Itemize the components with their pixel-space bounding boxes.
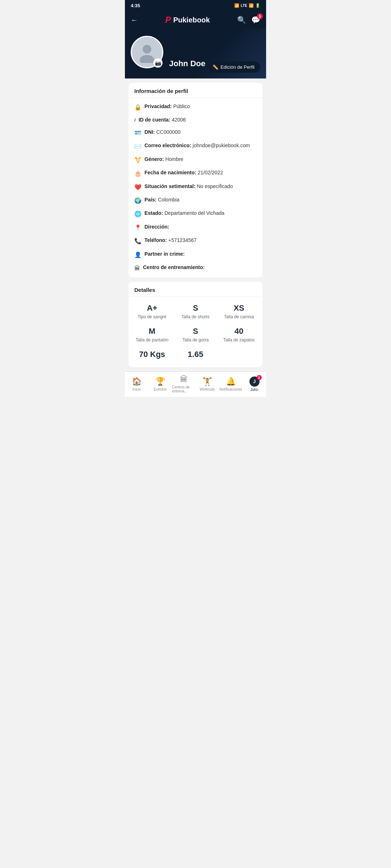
shorts-size-label: Talla de shorts xyxy=(176,314,215,319)
nav-label-centros: Centros de entrena... xyxy=(172,385,196,393)
list-item: 🎂 Fecha de nacimiento: 21/02/2022 xyxy=(134,169,257,178)
profile-info-header: Información de perfil xyxy=(129,83,262,98)
cap-size-value: S xyxy=(176,327,215,336)
state-icon: 🌐 xyxy=(134,210,142,218)
home-icon: 🏠 xyxy=(132,377,142,386)
email-icon: ✉️ xyxy=(134,142,142,150)
privacy-icon: 🔒 xyxy=(134,103,142,111)
status-icons: 📶 LTE 📶 🔋 xyxy=(234,3,260,8)
phone-label: Teléfono: xyxy=(144,237,168,243)
list-item: 🏛 Centro de entrenamiento: xyxy=(134,264,257,272)
lte-label: LTE xyxy=(241,4,247,8)
profile-info-body: 🔒 Privacidad: Público i ID de cuenta: 42… xyxy=(129,98,262,277)
svg-point-1 xyxy=(140,55,154,63)
list-item: S Talla de shorts xyxy=(176,303,215,319)
weight-value: 70 Kgs xyxy=(132,350,172,359)
shirt-size-value: XS xyxy=(219,303,259,313)
gym-building-icon: 🏛 xyxy=(180,375,188,384)
nav-item-notificaciones[interactable]: 🔔 Notificaciones xyxy=(219,377,243,391)
details-grid: A+ Tipo de sangre S Talla de shorts XS T… xyxy=(129,297,262,367)
list-item: XS Talla de camisa xyxy=(219,303,259,319)
bottom-nav: 🏠 Inicio 🏆 Eventos 🏛 Centros de entrena.… xyxy=(125,371,266,397)
battery-icon: 🔋 xyxy=(255,3,260,8)
relationship-label: Situación setimental: xyxy=(144,183,197,189)
edit-icon: ✏️ xyxy=(213,64,218,70)
address-label: Dirección: xyxy=(144,224,169,230)
privacy-value: Público xyxy=(173,103,190,109)
state-label: Estado: xyxy=(144,210,164,216)
shoes-size-value: 40 xyxy=(219,327,259,336)
main-content: Información de perfil 🔒 Privacidad: Públ… xyxy=(125,78,266,371)
nav-label-eventos: Eventos xyxy=(154,387,167,391)
blood-type-label: Tipo de sangre xyxy=(132,314,172,319)
user-avatar-nav: J 2 xyxy=(249,376,260,387)
list-item: 👤 Partner in crime: xyxy=(134,251,257,259)
blood-type-value: A+ xyxy=(132,303,172,313)
profile-banner: 📷 John Doe ✏️ Edición de Perfil xyxy=(125,29,266,78)
gender-label: Género: xyxy=(144,156,165,162)
list-item: ❤️ Situación setimental: No especificado xyxy=(134,183,257,191)
shirt-size-label: Talla de camisa xyxy=(219,314,259,319)
gender-value: Hombre xyxy=(165,156,184,162)
messages-button[interactable]: 💬 5 xyxy=(251,16,260,24)
trophy-icon: 🏆 xyxy=(155,377,165,386)
list-item: 🔒 Privacidad: Público xyxy=(134,103,257,111)
birthday-label: Fecha de nacimiento: xyxy=(144,170,198,175)
partner-label: Partner in crime: xyxy=(144,251,185,257)
shoes-size-label: Talla de zapatos xyxy=(219,337,259,342)
edit-profile-button[interactable]: ✏️ Edición de Perfil xyxy=(207,61,260,73)
birthday-icon: 🎂 xyxy=(134,170,142,178)
messages-badge: 5 xyxy=(257,13,263,19)
signal-icon: 📶 xyxy=(249,3,254,8)
address-icon: 📍 xyxy=(134,224,142,232)
details-card: Detalles A+ Tipo de sangre S Talla de sh… xyxy=(129,282,262,367)
list-item: i ID de cuenta: 42006 xyxy=(134,116,257,124)
nav-label-workouts: Workouts xyxy=(199,387,215,391)
list-item: A+ Tipo de sangre xyxy=(132,303,172,319)
partner-icon: 👤 xyxy=(134,251,142,259)
status-bar: 4:35 📶 LTE 📶 🔋 xyxy=(125,0,266,11)
time: 4:35 xyxy=(131,3,140,8)
height-value: 1.65 xyxy=(176,350,215,359)
svg-point-0 xyxy=(143,45,151,54)
list-item: 40 Talla de zapatos xyxy=(219,327,259,342)
nav-item-profile[interactable]: J 2 John xyxy=(243,376,266,392)
country-icon: 🌍 xyxy=(134,197,142,205)
profile-info-card: Información de perfil 🔒 Privacidad: Públ… xyxy=(129,83,262,277)
list-item: 📍 Dirección: xyxy=(134,224,257,232)
list-item: S Talla de gorra xyxy=(176,327,215,342)
wifi-icon: 📶 xyxy=(234,3,239,8)
nav-item-workouts[interactable]: 🏋 Workouts xyxy=(196,377,219,391)
dni-icon: 🪪 xyxy=(134,129,142,137)
nav-item-centros[interactable]: 🏛 Centros de entrena... xyxy=(172,375,196,393)
privacy-label: Privacidad: xyxy=(144,103,173,109)
change-avatar-button[interactable]: 📷 xyxy=(153,58,163,68)
search-button[interactable]: 🔍 xyxy=(237,16,246,24)
gender-icon: ⚧️ xyxy=(134,156,142,164)
profile-badge: 2 xyxy=(257,375,262,380)
dni-label: DNI: xyxy=(144,129,156,135)
cap-size-label: Talla de gorra xyxy=(176,337,215,342)
avatar-wrapper: 📷 xyxy=(131,36,163,68)
bell-icon: 🔔 xyxy=(226,377,236,386)
birthday-value: 21/02/2022 xyxy=(198,170,223,175)
relationship-icon: ❤️ xyxy=(134,183,142,191)
id-label: ID de cuenta: xyxy=(139,117,172,123)
list-item: 🪪 DNI: CC000000 xyxy=(134,129,257,137)
nav-item-inicio[interactable]: 🏠 Inicio xyxy=(125,377,148,391)
info-list: 🔒 Privacidad: Público i ID de cuenta: 42… xyxy=(134,103,257,272)
app-logo: P Pukiebook xyxy=(165,15,210,25)
email-label: Correo electrónico: xyxy=(144,142,193,148)
id-icon: i xyxy=(134,117,136,123)
pants-size-value: M xyxy=(132,327,172,336)
country-value: Colombia xyxy=(158,197,179,203)
list-item: 🌐 Estado: Departamento del Vichada xyxy=(134,210,257,218)
details-header: Detalles xyxy=(129,282,262,297)
nav-item-eventos[interactable]: 🏆 Eventos xyxy=(148,377,172,391)
list-item: 📞 Teléfono: +571234567 xyxy=(134,237,257,245)
logo-icon: P xyxy=(165,15,171,25)
back-button[interactable]: ← xyxy=(131,16,138,24)
dni-value: CC000000 xyxy=(156,129,181,135)
id-value: 42006 xyxy=(172,117,186,123)
nav-label-john: John xyxy=(251,388,258,392)
